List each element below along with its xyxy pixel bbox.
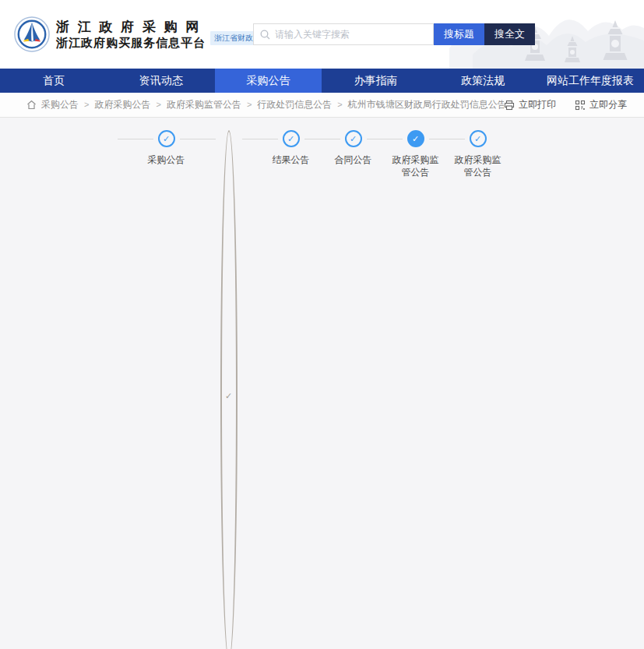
step-item[interactable]: ✓ 政府采购监管公告 — [385, 130, 447, 649]
step-check-icon: ✓ — [345, 130, 362, 147]
nav-item[interactable]: 首页 — [0, 69, 107, 93]
breadcrumb: 采购公告 政府采购公告 政府采购监管公告 行政处罚信息公告 杭州市钱塘区财政局行… — [26, 98, 504, 111]
search-icon — [260, 30, 270, 40]
step-label: 政府采购监管公告 — [391, 153, 441, 178]
site-emblem-icon — [14, 16, 50, 52]
site-title-block: 浙 江 政 府 采 购 网 浙江政府购买服务信息平台 浙江省财政厅 — [56, 19, 206, 51]
nav-item[interactable]: 采购公告 — [215, 69, 322, 93]
print-button[interactable]: 立即打印 — [504, 98, 556, 111]
site-title: 浙 江 政 府 采 购 网 — [56, 19, 206, 35]
share-button[interactable]: 立即分享 — [575, 98, 627, 111]
step-check-icon: ✓ — [220, 130, 238, 649]
step-item[interactable]: ✓ 结果公告 — [260, 130, 322, 649]
step-check-icon: ✓ — [158, 130, 175, 147]
step-item[interactable]: ✓ 采购公告 — [135, 130, 198, 649]
step-label: 结果公告 — [273, 153, 310, 166]
page: 浙 江 政 府 采 购 网 浙江政府购买服务信息平台 浙江省财政厅 搜标题 搜全… — [0, 0, 644, 649]
step-label: 合同公告 — [335, 153, 372, 166]
main-nav: 首页 资讯动态 采购公告 办事指南 政策法规 网站工作年度报表 — [0, 69, 644, 93]
nav-item[interactable]: 资讯动态 — [107, 69, 215, 93]
printer-icon — [504, 100, 515, 111]
step-check-icon: ✓ — [407, 130, 424, 147]
search-fulltext-button[interactable]: 搜全文 — [484, 23, 535, 45]
nav-item[interactable]: 办事指南 — [322, 69, 429, 93]
breadcrumb-item[interactable]: 杭州市钱塘区财政局行政处罚信息公告 — [332, 98, 504, 111]
breadcrumb-items: 采购公告 政府采购公告 政府采购监管公告 行政处罚信息公告 杭州市钱塘区财政局行… — [41, 98, 504, 111]
site-subtitle: 浙江政府购买服务信息平台 — [56, 35, 206, 51]
breadcrumb-item[interactable]: 采购公告 — [41, 98, 79, 111]
site-header: 浙 江 政 府 采 购 网 浙江政府购买服务信息平台 浙江省财政厅 搜标题 搜全… — [0, 0, 644, 69]
step-check-icon: ✓ — [470, 130, 487, 147]
search-box — [253, 23, 434, 45]
announcement-type-steps: ✓ 采购公告 ✓ 更正公告 ✓ 结果公告 ✓ 合同公告 — [0, 118, 644, 649]
site-logo[interactable]: 浙 江 政 府 采 购 网 浙江政府购买服务信息平台 浙江省财政厅 — [14, 16, 206, 52]
step-item[interactable]: ✓ 政府采购监管公告 — [447, 130, 509, 649]
qr-share-icon — [575, 100, 586, 111]
search-title-button[interactable]: 搜标题 — [434, 23, 484, 45]
breadcrumb-bar: 采购公告 政府采购公告 政府采购监管公告 行政处罚信息公告 杭州市钱塘区财政局行… — [0, 93, 644, 118]
content-area: ✓ 采购公告 ✓ 更正公告 ✓ 结果公告 ✓ 合同公告 — [0, 118, 644, 649]
breadcrumb-item[interactable]: 政府采购公告 — [79, 98, 150, 111]
search-bar: 搜标题 搜全文 — [253, 23, 535, 45]
step-label: 采购公告 — [148, 153, 185, 166]
search-input[interactable] — [275, 29, 427, 40]
print-label: 立即打印 — [519, 98, 556, 111]
step-check-icon: ✓ — [283, 130, 300, 147]
home-icon[interactable] — [26, 100, 37, 110]
breadcrumb-item[interactable]: 政府采购监管公告 — [150, 98, 241, 111]
nav-item[interactable]: 政策法规 — [429, 69, 537, 93]
share-label: 立即分享 — [589, 98, 627, 111]
step-label: 政府采购监管公告 — [453, 153, 503, 178]
breadcrumb-item[interactable]: 行政处罚信息公告 — [241, 98, 332, 111]
nav-item[interactable]: 网站工作年度报表 — [537, 69, 644, 93]
breadcrumb-actions: 立即打印 立即分享 — [504, 98, 627, 111]
step-item[interactable]: ✓ 合同公告 — [322, 130, 385, 649]
step-item[interactable]: ✓ 更正公告 — [198, 130, 260, 649]
